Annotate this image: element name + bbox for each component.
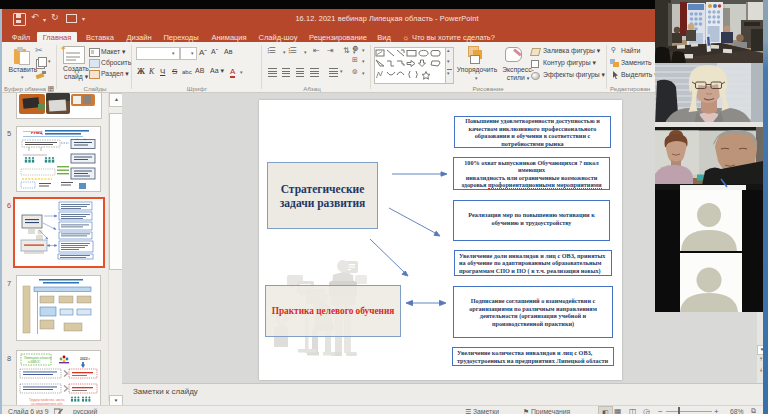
svg-text:РУМЦ: РУМЦ	[31, 130, 42, 135]
svg-text:2022 г: 2022 г	[80, 357, 90, 361]
svg-text:в ШМОС: в ШМОС	[28, 360, 41, 364]
